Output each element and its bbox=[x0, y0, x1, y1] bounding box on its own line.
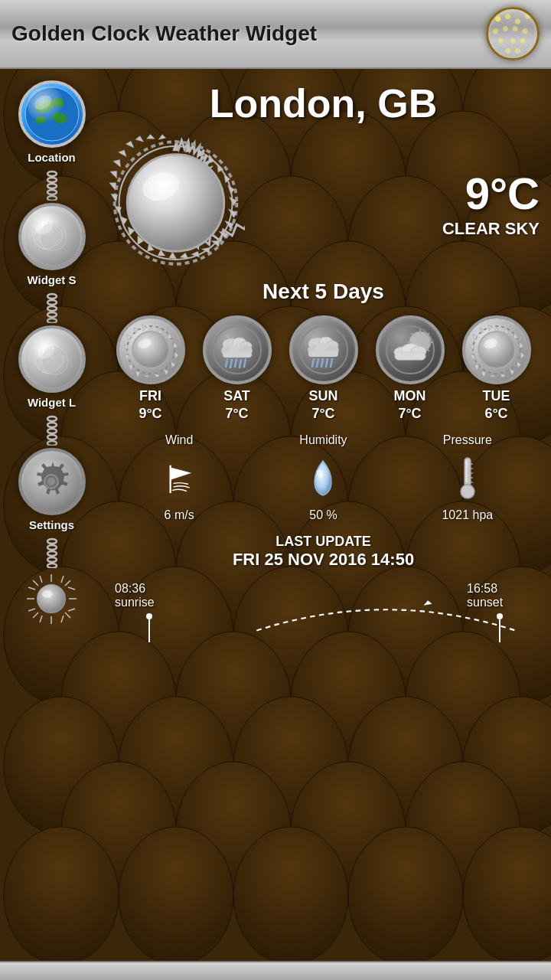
svg-point-76 bbox=[47, 312, 57, 317]
svg-line-175 bbox=[226, 359, 227, 367]
widget-l-icon[interactable] bbox=[18, 325, 86, 393]
forecast-fri-day: FRI bbox=[139, 388, 161, 404]
svg-marker-154 bbox=[164, 369, 168, 375]
sidebar-item-location[interactable]: Location bbox=[18, 80, 86, 164]
globe-icon[interactable] bbox=[18, 80, 86, 148]
svg-marker-156 bbox=[145, 375, 149, 377]
svg-marker-139 bbox=[113, 159, 121, 167]
gear-icon[interactable] bbox=[18, 448, 86, 515]
forecast-title: Next 5 Days bbox=[107, 279, 540, 304]
sidebar: Location bbox=[0, 69, 103, 980]
svg-point-145 bbox=[127, 154, 223, 250]
svg-point-62 bbox=[51, 97, 65, 109]
svg-marker-210 bbox=[520, 342, 523, 348]
wind-value: 6 m/s bbox=[165, 508, 194, 522]
svg-marker-143 bbox=[147, 134, 155, 139]
sidebar-item-settings[interactable]: Settings bbox=[18, 448, 86, 531]
humidity-value: 50 % bbox=[309, 508, 337, 522]
forecast-sat-temp: 7°C bbox=[225, 406, 248, 422]
svg-point-77 bbox=[47, 318, 57, 323]
svg-rect-231 bbox=[465, 459, 468, 482]
forecast-tue-temp: 6°C bbox=[484, 406, 507, 422]
temperature-condition: 9°C CLEAR SKY bbox=[245, 168, 540, 239]
last-update-label: LAST UPDATE bbox=[107, 534, 540, 550]
sunrise-line bbox=[148, 619, 150, 642]
sidebar-item-widget-l[interactable]: Widget L bbox=[18, 325, 86, 409]
svg-point-82 bbox=[47, 429, 57, 433]
svg-marker-129 bbox=[169, 252, 177, 259]
svg-marker-142 bbox=[135, 136, 144, 142]
svg-marker-213 bbox=[510, 369, 514, 375]
weather-icon bbox=[107, 134, 245, 272]
svg-marker-214 bbox=[500, 374, 505, 377]
svg-point-223 bbox=[478, 332, 515, 368]
svg-point-164 bbox=[132, 332, 169, 368]
svg-point-61 bbox=[33, 97, 54, 115]
svg-point-84 bbox=[47, 441, 57, 446]
forecast-sun-temp: 7°C bbox=[311, 406, 334, 422]
widget-s-icon[interactable] bbox=[18, 203, 86, 270]
temperature-display: 9°C bbox=[253, 168, 540, 219]
widget-s-label: Widget S bbox=[27, 273, 76, 286]
svg-point-110 bbox=[42, 590, 53, 598]
svg-marker-212 bbox=[517, 361, 521, 368]
gold-orb-icon bbox=[486, 7, 540, 60]
svg-line-100 bbox=[40, 576, 42, 583]
forecast-fri-icon bbox=[116, 315, 185, 384]
svg-point-75 bbox=[47, 306, 57, 311]
svg-point-83 bbox=[47, 435, 57, 439]
svg-line-192 bbox=[331, 359, 332, 367]
forecast-mon-icon bbox=[376, 315, 445, 384]
sunrise-dot bbox=[146, 613, 152, 619]
svg-marker-222 bbox=[488, 325, 492, 331]
pressure-icon bbox=[448, 451, 487, 505]
svg-marker-138 bbox=[110, 171, 117, 178]
sidebar-item-widget-s[interactable]: Widget S bbox=[18, 203, 86, 286]
city-name: London, GB bbox=[107, 80, 540, 126]
current-weather: 9°C CLEAR SKY bbox=[107, 134, 540, 272]
pressure-label: Pressure bbox=[443, 433, 492, 447]
forecast-sat-day: SAT bbox=[223, 388, 250, 404]
svg-point-109 bbox=[37, 585, 65, 612]
svg-point-70 bbox=[47, 196, 57, 201]
svg-line-101 bbox=[61, 616, 64, 622]
svg-marker-141 bbox=[126, 141, 134, 148]
svg-line-105 bbox=[68, 587, 75, 590]
svg-marker-215 bbox=[491, 375, 495, 377]
wind-icon bbox=[160, 451, 198, 505]
humidity-detail: Humidity bbox=[269, 433, 377, 522]
svg-marker-219 bbox=[470, 345, 474, 351]
svg-line-102 bbox=[28, 587, 35, 590]
svg-point-68 bbox=[47, 184, 57, 188]
svg-marker-140 bbox=[119, 149, 127, 156]
sun-arc-area: 08:36 sunrise 16:58 sunset bbox=[107, 573, 540, 642]
sunrise-pole: 08:36 sunrise bbox=[115, 582, 183, 642]
svg-marker-157 bbox=[135, 371, 140, 377]
svg-point-67 bbox=[47, 178, 57, 182]
forecast-sun: SUN 7°C bbox=[285, 315, 362, 422]
svg-line-96 bbox=[33, 580, 38, 586]
svg-marker-158 bbox=[129, 364, 133, 371]
svg-rect-205 bbox=[395, 352, 425, 360]
svg-marker-128 bbox=[180, 253, 188, 259]
pressure-detail: Pressure bbox=[414, 433, 521, 522]
svg-line-179 bbox=[244, 359, 246, 367]
svg-marker-155 bbox=[155, 374, 159, 377]
widget-l-label: Widget L bbox=[28, 396, 76, 409]
svg-line-190 bbox=[321, 359, 323, 367]
svg-marker-237 bbox=[424, 600, 432, 606]
sun-arc-svg bbox=[244, 589, 528, 635]
svg-marker-152 bbox=[174, 352, 178, 358]
svg-line-106 bbox=[40, 616, 42, 622]
svg-point-74 bbox=[47, 300, 57, 305]
svg-point-73 bbox=[47, 294, 57, 299]
app-header: Golden Clock Weather Widget bbox=[0, 0, 551, 69]
svg-point-87 bbox=[47, 539, 57, 544]
svg-marker-136 bbox=[111, 194, 118, 202]
sun-small-icon bbox=[23, 570, 80, 628]
forecast-tue: TUE 6°C bbox=[458, 315, 535, 422]
condition-display: CLEAR SKY bbox=[253, 219, 540, 239]
svg-marker-217 bbox=[474, 364, 479, 371]
wind-detail: Wind 6 m/s bbox=[126, 433, 233, 522]
location-label: Location bbox=[28, 151, 76, 164]
